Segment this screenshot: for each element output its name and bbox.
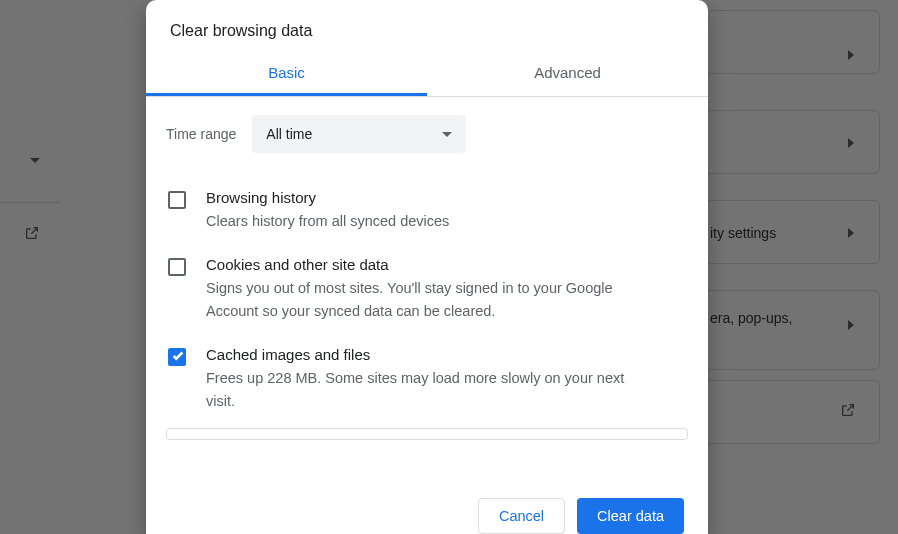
time-range-select[interactable]: All time [252,115,466,153]
partial-next-section [166,428,688,440]
time-range-label: Time range [166,126,236,142]
clear-browsing-data-dialog: Clear browsing data Basic Advanced Time … [146,0,708,534]
option-cache[interactable]: Cached images and files Frees up 228 MB.… [166,334,688,424]
option-title: Cached images and files [206,346,646,363]
time-range-value: All time [266,126,312,142]
checkbox-browsing-history[interactable] [168,191,186,209]
dialog-footer: Cancel Clear data [146,476,708,534]
option-desc: Frees up 228 MB. Some sites may load mor… [206,367,646,412]
tab-basic[interactable]: Basic [146,54,427,96]
dialog-tabs: Basic Advanced [146,54,708,97]
option-desc: Clears history from all synced devices [206,210,449,232]
dialog-body[interactable]: Time range All time Browsing history Cle… [146,97,708,476]
checkbox-cache[interactable] [168,348,186,366]
clear-data-button[interactable]: Clear data [577,498,684,534]
option-title: Cookies and other site data [206,256,646,273]
tab-advanced[interactable]: Advanced [427,54,708,96]
option-browsing-history[interactable]: Browsing history Clears history from all… [166,177,688,244]
chevron-down-icon [442,132,452,137]
option-title: Browsing history [206,189,449,206]
option-desc: Signs you out of most sites. You'll stay… [206,277,646,322]
cancel-button[interactable]: Cancel [478,498,565,534]
option-cookies[interactable]: Cookies and other site data Signs you ou… [166,244,688,334]
dialog-title: Clear browsing data [146,0,708,54]
checkbox-cookies[interactable] [168,258,186,276]
